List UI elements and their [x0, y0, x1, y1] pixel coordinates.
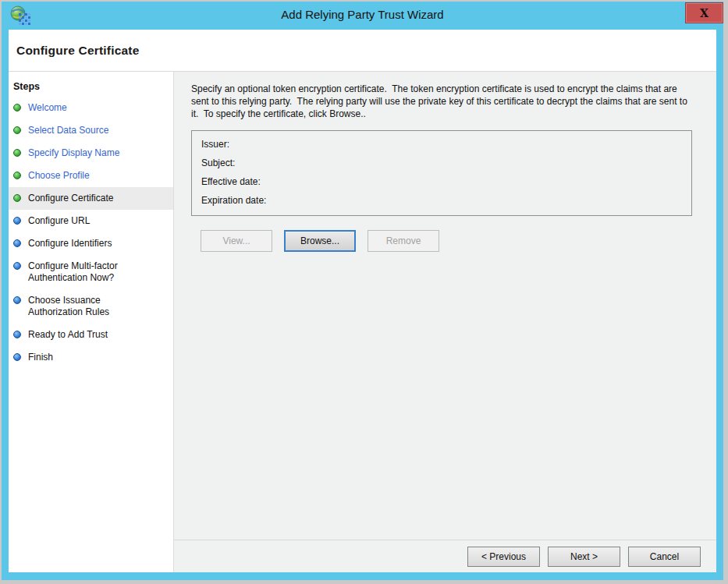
cancel-button[interactable]: Cancel — [628, 547, 701, 567]
sidebar-item-ready-to-add-trust: Ready to Add Trust — [9, 324, 173, 346]
sidebar-item-configure-certificate: Configure Certificate — [9, 187, 173, 210]
sidebar-item-label: Finish — [28, 352, 53, 363]
wizard-body: Steps WelcomeSelect Data SourceSpecify D… — [9, 72, 716, 572]
close-icon: X — [700, 7, 708, 19]
sidebar-item-label: Ready to Add Trust — [28, 329, 108, 341]
view-button[interactable]: View... — [201, 230, 272, 252]
instruction-text: Specify an optional token encryption cer… — [191, 83, 697, 120]
sidebar-item-choose-profile[interactable]: Choose Profile — [9, 165, 173, 187]
step-pending-icon — [13, 262, 21, 270]
sidebar-item-choose-issuance-authorization-rules: Choose Issuance Authorization Rules — [9, 289, 173, 324]
step-complete-icon — [13, 172, 21, 179]
certificate-field-label: Issuer: — [201, 135, 229, 154]
previous-button[interactable]: < Previous — [467, 547, 540, 567]
sidebar-item-label: Welcome — [28, 102, 67, 114]
sidebar-item-welcome[interactable]: Welcome — [9, 97, 173, 119]
sidebar-item-finish: Finish — [9, 346, 173, 369]
client-area: Configure Certificate Steps WelcomeSelec… — [9, 30, 716, 572]
wizard-window: Add Relying Party Trust Wizard X Configu… — [2, 2, 723, 580]
next-button[interactable]: Next > — [548, 547, 620, 567]
certificate-field-label: Subject: — [201, 154, 235, 172]
certificate-field-row: Expiration date: — [201, 191, 682, 210]
step-pending-icon — [13, 331, 21, 338]
sidebar-item-label: Configure Certificate — [28, 193, 113, 204]
sidebar-item-select-data-source[interactable]: Select Data Source — [9, 119, 173, 142]
step-complete-icon — [13, 194, 21, 202]
wizard-footer: < Previous Next > Cancel — [174, 540, 716, 572]
certificate-field-value — [240, 154, 682, 172]
step-pending-icon — [13, 217, 21, 225]
step-complete-icon — [13, 104, 21, 111]
sidebar-item-label: Select Data Source — [28, 125, 108, 136]
certificate-info-box: Issuer:Subject:Effective date:Expiration… — [191, 130, 692, 216]
sidebar-item-label: Specify Display Name — [28, 147, 119, 159]
step-complete-icon — [13, 149, 21, 157]
steps-sidebar: Steps WelcomeSelect Data SourceSpecify D… — [9, 72, 174, 572]
certificate-field-label: Expiration date: — [201, 191, 266, 210]
steps-heading: Steps — [13, 81, 173, 92]
content-main: Specify an optional token encryption cer… — [174, 72, 716, 540]
certificate-actions: View... Browse... Remove — [201, 230, 716, 252]
sidebar-item-specify-display-name[interactable]: Specify Display Name — [9, 142, 173, 165]
steps-list: WelcomeSelect Data SourceSpecify Display… — [9, 97, 173, 369]
certificate-field-value — [234, 135, 682, 154]
page-title: Configure Certificate — [16, 44, 140, 58]
browse-button[interactable]: Browse... — [284, 230, 356, 252]
certificate-field-value — [271, 191, 682, 210]
sidebar-item-label: Configure Multi-factor Authentication No… — [28, 260, 131, 284]
close-button[interactable]: X — [685, 2, 723, 23]
page-header: Configure Certificate — [9, 30, 716, 72]
sidebar-item-configure-multi-factor-authentication-now: Configure Multi-factor Authentication No… — [9, 255, 173, 289]
certificate-field-row: Issuer: — [201, 135, 682, 154]
certificate-fields: Issuer:Subject:Effective date:Expiration… — [201, 135, 682, 210]
certificate-field-row: Effective date: — [201, 172, 682, 191]
remove-button[interactable]: Remove — [368, 230, 439, 252]
step-pending-icon — [13, 296, 21, 304]
window-title: Add Relying Party Trust Wizard — [2, 8, 723, 21]
content-pane: Specify an optional token encryption cer… — [174, 72, 716, 572]
sidebar-item-label: Choose Profile — [28, 170, 90, 182]
sidebar-item-configure-identifiers: Configure Identifiers — [9, 232, 173, 255]
sidebar-item-label: Choose Issuance Authorization Rules — [28, 295, 131, 318]
step-complete-icon — [13, 126, 21, 134]
step-pending-icon — [13, 239, 21, 247]
sidebar-item-label: Configure URL — [28, 215, 90, 227]
step-pending-icon — [13, 353, 21, 361]
sidebar-item-configure-url: Configure URL — [9, 210, 173, 232]
certificate-field-value — [265, 172, 682, 191]
certificate-field-row: Subject: — [201, 154, 682, 172]
title-bar: Add Relying Party Trust Wizard X — [2, 2, 723, 30]
sidebar-item-label: Configure Identifiers — [28, 238, 112, 250]
certificate-field-label: Effective date: — [201, 172, 261, 191]
